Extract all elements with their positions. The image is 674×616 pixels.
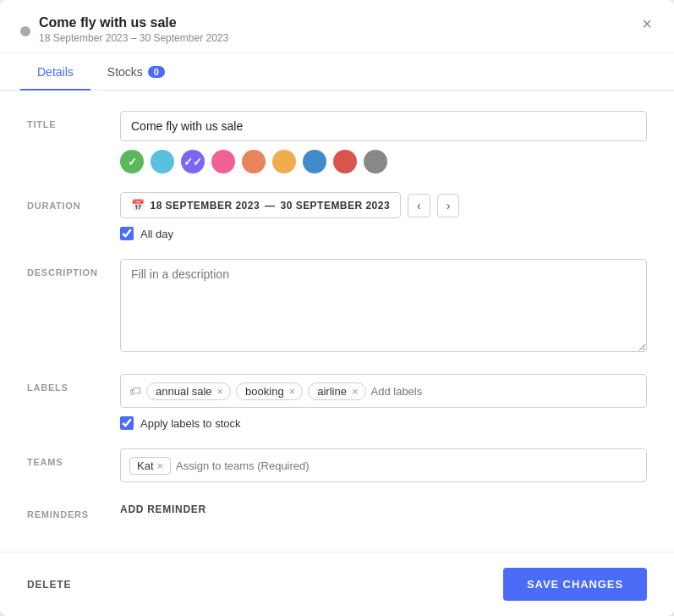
- color-dot-8[interactable]: [364, 150, 387, 173]
- description-label: DESCRIPTION: [27, 259, 120, 278]
- description-field: [120, 259, 647, 355]
- date-next-button[interactable]: ›: [437, 194, 460, 217]
- delete-label[interactable]: DELETE: [27, 579, 71, 591]
- date-range-button[interactable]: 📅 18 SEPTEMBER 2023 — 30 SEPTEMBER 2023: [120, 192, 401, 218]
- label-chip-text: airline: [317, 385, 347, 398]
- color-dot-2[interactable]: ✓: [181, 150, 205, 173]
- tab-details[interactable]: Details: [20, 53, 90, 91]
- apply-labels-label[interactable]: Apply labels to stock: [140, 417, 241, 430]
- duration-field: 📅 18 SEPTEMBER 2023 — 30 SEPTEMBER 2023 …: [120, 192, 647, 240]
- teams-label: TEAMS: [27, 448, 120, 467]
- label-chip-annual-sale: annual sale ×: [146, 382, 231, 400]
- add-reminder-button[interactable]: ADD REMINDER: [120, 503, 206, 515]
- apply-labels-checkbox[interactable]: [120, 416, 134, 430]
- title-field: ✓: [120, 111, 647, 173]
- tab-stocks[interactable]: Stocks 0: [90, 53, 182, 91]
- tab-stocks-label: Stocks: [107, 65, 143, 79]
- date-start: 18 SEPTEMBER 2023: [150, 200, 260, 212]
- title-row: TITLE ✓: [27, 111, 647, 173]
- modal-footer: DELETE SAVE CHANGES: [0, 552, 674, 616]
- modal-title-block: Come fly with us sale 18 September 2023 …: [39, 15, 228, 44]
- duration-label: DURATION: [27, 192, 120, 211]
- color-dot-5[interactable]: [272, 150, 296, 173]
- modal: Come fly with us sale 18 September 2023 …: [0, 0, 674, 616]
- color-dot-1[interactable]: [151, 150, 174, 173]
- duration-controls: 📅 18 SEPTEMBER 2023 — 30 SEPTEMBER 2023 …: [120, 192, 647, 218]
- teams-field: Kat ×: [120, 448, 647, 482]
- color-dot-4[interactable]: [242, 150, 266, 173]
- date-end: 30 SEPTEMBER 2023: [281, 200, 391, 212]
- title-label: TITLE: [27, 111, 120, 129]
- description-row: DESCRIPTION: [27, 259, 647, 355]
- tab-stocks-badge: 0: [148, 66, 165, 78]
- allday-checkbox[interactable]: [120, 227, 134, 240]
- save-button[interactable]: SAVE CHANGES: [503, 568, 647, 601]
- team-chip-kat-remove[interactable]: ×: [157, 460, 164, 471]
- color-dots: ✓: [120, 150, 647, 173]
- allday-label[interactable]: All day: [140, 228, 173, 240]
- labels-box: 🏷 annual sale × booking × airline ×: [120, 374, 647, 408]
- label-icon: 🏷: [129, 384, 141, 398]
- teams-box: Kat ×: [120, 448, 647, 482]
- team-chip-kat: Kat ×: [129, 457, 171, 475]
- color-dot-7[interactable]: [333, 150, 357, 173]
- label-chip-text: booking: [245, 385, 284, 398]
- modal-header-left: Come fly with us sale 18 September 2023 …: [20, 15, 228, 44]
- label-chip-airline: airline ×: [308, 382, 365, 400]
- date-prev-button[interactable]: ‹: [408, 194, 430, 217]
- date-separator: —: [265, 200, 275, 212]
- tabs-bar: Details Stocks 0: [0, 53, 674, 91]
- tab-details-label: Details: [37, 65, 74, 79]
- labels-label: LABELS: [27, 374, 120, 393]
- color-dot-0[interactable]: [120, 150, 144, 173]
- labels-row: LABELS 🏷 annual sale × booking × airline…: [27, 374, 647, 430]
- label-chip-booking-remove[interactable]: ×: [288, 386, 296, 397]
- modal-subtitle: 18 September 2023 – 30 September 2023: [39, 32, 228, 44]
- label-chip-airline-remove[interactable]: ×: [350, 386, 359, 397]
- reminders-row: REMINDERS ADD REMINDER: [27, 501, 647, 520]
- label-chip-booking: booking ×: [236, 382, 303, 400]
- modal-header: Come fly with us sale 18 September 2023 …: [0, 0, 674, 53]
- reminders-field: ADD REMINDER: [120, 501, 647, 516]
- team-chip-text: Kat: [137, 459, 154, 472]
- label-chip-annual-sale-remove[interactable]: ×: [216, 386, 224, 397]
- allday-row: All day: [120, 227, 647, 240]
- teams-row: TEAMS Kat ×: [27, 448, 647, 482]
- label-chip-text: annual sale: [156, 385, 212, 398]
- status-dot: [20, 26, 30, 36]
- apply-labels-row: Apply labels to stock: [120, 416, 647, 430]
- color-dot-6[interactable]: [303, 150, 326, 173]
- teams-input[interactable]: [176, 459, 318, 472]
- form-body: TITLE ✓ DURATIO: [0, 91, 674, 545]
- close-button[interactable]: ×: [640, 15, 654, 32]
- reminders-label: REMINDERS: [27, 501, 120, 520]
- title-input[interactable]: [120, 111, 647, 141]
- duration-row: DURATION 📅 18 SEPTEMBER 2023 — 30 SEPTEM…: [27, 192, 647, 240]
- color-dot-3[interactable]: [211, 150, 235, 173]
- modal-title: Come fly with us sale: [39, 15, 228, 30]
- description-textarea[interactable]: [120, 259, 647, 352]
- calendar-icon: 📅: [131, 199, 145, 212]
- add-labels-input[interactable]: [371, 385, 513, 398]
- labels-field: 🏷 annual sale × booking × airline ×: [120, 374, 647, 430]
